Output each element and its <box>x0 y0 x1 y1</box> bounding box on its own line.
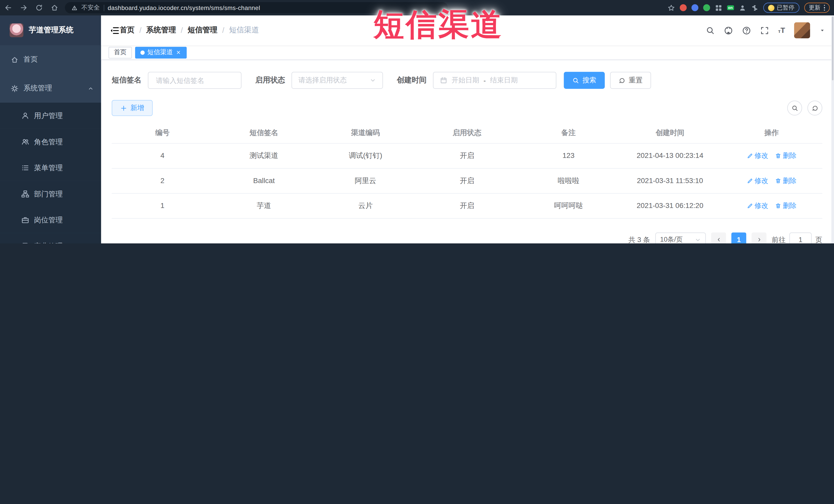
chrome-update-button[interactable]: 更新 <box>804 3 830 13</box>
cell-actions: 修改删除 <box>721 168 822 193</box>
extension-on-badge[interactable]: on <box>727 5 733 10</box>
cell-status: 开启 <box>416 193 518 218</box>
date-separator: - <box>484 76 486 84</box>
cell-actions: 修改删除 <box>721 193 822 218</box>
breadcrumb-item-2[interactable]: 短信管理 <box>188 25 217 35</box>
page-unit-label: 页 <box>815 235 822 243</box>
extension-icon-blue[interactable] <box>692 4 699 11</box>
address-bar[interactable]: 不安全 dashboard.yudao.iocoder.cn/system/sm… <box>65 2 448 13</box>
search-icon <box>706 26 715 35</box>
breadcrumb-separator: / <box>222 26 224 35</box>
sidebar-item-2[interactable]: 用户管理 <box>0 103 101 129</box>
trash-icon <box>775 177 781 184</box>
app-logo-row[interactable]: 芋道管理系统 <box>0 16 101 45</box>
sidebar-item-label: 系统管理 <box>23 84 52 93</box>
sidebar-item-label: 用户管理 <box>34 111 63 120</box>
sidebar: 芋道管理系统 首页系统管理用户管理角色管理菜单管理部门管理岗位管理字典管理通知公… <box>0 16 101 243</box>
toggle-search-button[interactable] <box>787 101 802 115</box>
edit-link[interactable]: 修改 <box>746 201 768 210</box>
breadcrumb-item-1[interactable]: 系统管理 <box>146 25 176 35</box>
grid-icon <box>715 4 722 12</box>
add-button[interactable]: 新增 <box>112 100 153 116</box>
page-1-button[interactable]: 1 <box>731 232 746 243</box>
users-icon <box>21 138 29 146</box>
not-secure-label: 不安全 <box>81 4 100 12</box>
column-header: 渠道编码 <box>315 123 416 143</box>
fullscreen-icon <box>760 26 769 35</box>
sidebar-item-3[interactable]: 角色管理 <box>0 129 101 155</box>
app-title: 芋道管理系统 <box>29 25 73 35</box>
refresh-icon <box>811 105 818 111</box>
pagination: 共 3 条 10条/页 1 前往 页 <box>112 232 822 243</box>
browser-menu-icon <box>824 5 825 11</box>
tab-paused-badge[interactable]: 已暂停 <box>763 3 799 13</box>
date-range-picker[interactable]: 开始日期 - 结束日期 <box>433 72 556 89</box>
edit-link[interactable]: 修改 <box>746 176 768 185</box>
warn-icon <box>71 5 78 11</box>
font-size-icon[interactable]: тT <box>778 26 785 35</box>
sidebar-item-6[interactable]: 岗位管理 <box>0 207 101 233</box>
sign-input[interactable] <box>148 72 242 89</box>
table-row: 4测试渠道调试(钉钉)开启1232021-04-13 00:23:14修改删除 <box>112 143 822 168</box>
tab-label: 短信渠道 <box>147 48 173 57</box>
breadcrumb-item-0[interactable]: 首页 <box>119 25 134 35</box>
help-icon <box>742 26 751 35</box>
scrollbar-thumb[interactable] <box>832 17 833 80</box>
next-page-button[interactable] <box>752 232 767 243</box>
edit-icon <box>746 153 753 159</box>
page-scrollbar[interactable] <box>831 16 834 243</box>
sidebar-item-0[interactable]: 首页 <box>0 45 101 74</box>
table-header-row: 编号短信签名渠道编码启用状态备注创建时间操作 <box>112 123 822 143</box>
chevron-down-icon <box>695 237 701 243</box>
tab-1[interactable]: 短信渠道 <box>135 46 186 58</box>
tab-0[interactable]: 首页 <box>109 46 132 58</box>
sign-input-field[interactable] <box>155 76 235 85</box>
person-icon <box>739 4 746 12</box>
search-button[interactable]: 搜索 <box>564 72 605 89</box>
extension-icon-green[interactable] <box>703 4 710 11</box>
sidebar-item-4[interactable]: 菜单管理 <box>0 155 101 181</box>
forward-icon <box>20 4 28 12</box>
sidebar-item-label: 菜单管理 <box>34 163 63 173</box>
page-size-select[interactable]: 10条/页 <box>655 232 706 243</box>
cell-sign: 测试渠道 <box>213 143 315 168</box>
reset-button[interactable]: 重置 <box>610 72 651 89</box>
cell-id: 4 <box>112 143 213 168</box>
column-header: 编号 <box>112 123 213 143</box>
search-form: 短信签名 启用状态 请选择启用状态 创建时间 开始日期 <box>112 72 822 89</box>
cell-created: 2021-03-31 11:53:10 <box>619 168 721 193</box>
table-row: 1芋道云片开启呵呵呵哒2021-03-31 06:12:20修改删除 <box>112 193 822 218</box>
close-icon <box>176 49 181 56</box>
url-text: dashboard.yudao.iocoder.cn/system/sms/sm… <box>108 5 260 11</box>
cell-id: 1 <box>112 193 213 218</box>
chevron-left-icon <box>716 237 722 243</box>
sidebar-item-7[interactable]: 字典管理 <box>0 233 101 243</box>
status-placeholder: 请选择启用状态 <box>298 75 347 85</box>
cell-status: 开启 <box>416 168 518 193</box>
search-icon <box>791 105 798 111</box>
extension-icon-red[interactable] <box>680 4 687 11</box>
top-navbar: 首页/系统管理/短信管理/短信渠道 тT <box>101 16 834 45</box>
cell-sign: 芋道 <box>213 193 315 218</box>
cell-code: 调试(钉钉) <box>315 143 416 168</box>
goto-page-input[interactable] <box>789 232 812 243</box>
delete-link[interactable]: 删除 <box>775 201 796 210</box>
sidebar-item-label: 字典管理 <box>34 241 63 243</box>
browser-toolbar: 不安全 dashboard.yudao.iocoder.cn/system/sm… <box>0 0 834 16</box>
sidebar-item-1[interactable]: 系统管理 <box>0 74 101 103</box>
cell-created: 2021-03-31 06:12:20 <box>619 193 721 218</box>
breadcrumb-item-3: 短信渠道 <box>229 25 259 35</box>
goto-label: 前往 <box>772 235 786 243</box>
sidebar-item-label: 角色管理 <box>34 137 63 147</box>
delete-link[interactable]: 删除 <box>775 151 796 160</box>
refresh-table-button[interactable] <box>807 101 822 115</box>
sidebar-item-5[interactable]: 部门管理 <box>0 181 101 207</box>
puzzle-icon <box>751 4 758 12</box>
edit-link[interactable]: 修改 <box>746 151 768 160</box>
delete-link[interactable]: 删除 <box>775 176 796 185</box>
prev-page-button[interactable] <box>711 232 726 243</box>
avatar[interactable] <box>794 22 810 38</box>
cell-actions: 修改删除 <box>721 143 822 168</box>
status-select[interactable]: 请选择启用状态 <box>292 72 383 89</box>
search-icon <box>572 77 579 84</box>
